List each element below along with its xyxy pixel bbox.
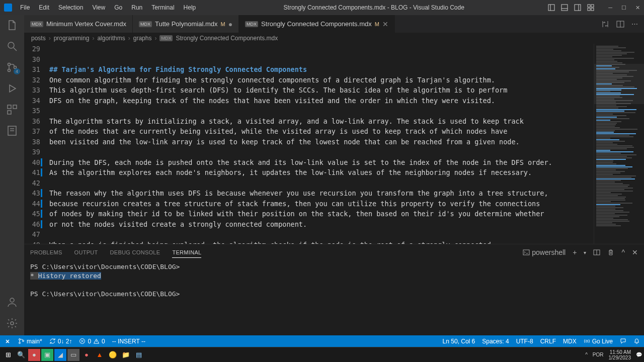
- split-editor-icon[interactable]: [616, 20, 624, 28]
- svg-rect-6: [588, 5, 590, 7]
- svg-rect-2: [561, 5, 568, 11]
- editor-tabs: MDX Minimum Vertex Cover.mdx MDX Tutte P…: [24, 15, 644, 33]
- compare-changes-icon[interactable]: [601, 20, 609, 28]
- indentation[interactable]: Spaces: 4: [482, 338, 509, 345]
- close-button[interactable]: ✕: [635, 5, 640, 11]
- encoding[interactable]: UTF-8: [516, 338, 533, 345]
- panel-tabs: PROBLEMS OUTPUT DEBUG CONSOLE TERMINAL p…: [24, 244, 644, 260]
- more-actions-icon[interactable]: ⋯: [631, 20, 638, 28]
- problems-errors[interactable]: 0 0: [79, 338, 105, 345]
- menu-run[interactable]: Run: [127, 2, 146, 13]
- terminal-prompt: PS C:\Users\vitor\Documents\CODE\BLOG>: [30, 263, 180, 270]
- git-sync[interactable]: 0↓ 2↑: [49, 338, 72, 345]
- go-live[interactable]: Go Live: [584, 338, 613, 345]
- title-actions: ─ ☐ ✕: [548, 4, 640, 11]
- tab-strongly-connected-components[interactable]: MDX Strongly Connected Components.mdx M …: [239, 15, 395, 33]
- tab-tutte-polynomial[interactable]: MDX Tutte Polynomial.mdx M ●: [133, 15, 239, 33]
- layout-icon[interactable]: [548, 4, 555, 11]
- svg-point-29: [19, 339, 21, 340]
- explorer-icon[interactable]: [6, 19, 18, 31]
- vscode-icon: [4, 4, 12, 12]
- panel-icon[interactable]: [561, 4, 568, 11]
- minimap[interactable]: [594, 44, 644, 244]
- menu-help[interactable]: Help: [180, 2, 200, 13]
- terminal-body[interactable]: PS C:\Users\vitor\Documents\CODE\BLOG> *…: [24, 260, 644, 335]
- tab-dirty-dot[interactable]: ●: [228, 20, 232, 28]
- mdx-icon: MDX: [30, 21, 43, 27]
- start-button[interactable]: ⊞: [2, 349, 14, 361]
- panel-tab-terminal[interactable]: TERMINAL: [172, 249, 201, 258]
- panel-tab-problems[interactable]: PROBLEMS: [30, 249, 62, 255]
- taskbar-app[interactable]: ▣: [41, 349, 53, 361]
- svg-rect-26: [523, 250, 529, 255]
- crumb[interactable]: graphs: [133, 35, 152, 42]
- activity-bar: 4: [0, 15, 24, 335]
- crumb[interactable]: Strongly Connected Components.mdx: [176, 35, 278, 42]
- taskbar-explorer[interactable]: 📁: [120, 349, 132, 361]
- maximize-panel-icon[interactable]: ^: [621, 248, 625, 256]
- code-content[interactable]: ## Tarjan's Algorithm for Finding Strong…: [49, 44, 594, 244]
- tray-notifications[interactable]: 💬: [636, 352, 642, 357]
- tab-label: Tutte Polynomial.mdx: [155, 20, 218, 28]
- search-taskbar-icon[interactable]: 🔍: [15, 349, 27, 361]
- close-icon[interactable]: ✕: [382, 20, 388, 28]
- todo-icon[interactable]: [6, 125, 18, 137]
- search-icon[interactable]: [6, 40, 18, 52]
- taskbar-chrome[interactable]: 🟡: [107, 349, 119, 361]
- notifications-icon[interactable]: [633, 338, 640, 344]
- tray-clock[interactable]: 11:50 AM 1/29/2023: [609, 349, 631, 360]
- menu-view[interactable]: View: [88, 2, 109, 13]
- panel-tab-output[interactable]: OUTPUT: [74, 249, 98, 255]
- editor-body[interactable]: 2930313233343536373839404142434445464748…: [24, 44, 644, 244]
- terminal-dropdown-icon[interactable]: ▾: [584, 250, 586, 255]
- crumb[interactable]: posts: [31, 35, 46, 42]
- crumb[interactable]: programming: [54, 35, 90, 42]
- extensions-icon[interactable]: [6, 104, 18, 116]
- taskbar-app[interactable]: ▭: [67, 349, 79, 361]
- remote-indicator[interactable]: [4, 338, 11, 345]
- vim-mode: -- INSERT --: [112, 338, 145, 345]
- svg-rect-9: [591, 8, 594, 11]
- taskbar-vscode[interactable]: ◢: [54, 349, 66, 361]
- language-mode[interactable]: MDX: [563, 338, 577, 345]
- settings-icon[interactable]: [6, 317, 18, 329]
- taskbar-brave[interactable]: ▲: [94, 349, 106, 361]
- kill-terminal-icon[interactable]: [607, 249, 614, 256]
- panel-tab-debug-console[interactable]: DEBUG CONSOLE: [110, 249, 160, 255]
- new-terminal-icon[interactable]: +: [573, 248, 577, 256]
- taskbar-app[interactable]: ▤: [133, 349, 145, 361]
- customize-layout-icon[interactable]: [587, 4, 594, 11]
- menu-file[interactable]: File: [16, 2, 34, 13]
- taskbar-app[interactable]: ●: [28, 349, 40, 361]
- cursor-position[interactable]: Ln 50, Col 6: [443, 338, 475, 345]
- split-terminal-icon[interactable]: [593, 249, 600, 256]
- tray-chevron[interactable]: ^: [585, 352, 588, 357]
- panel: PROBLEMS OUTPUT DEBUG CONSOLE TERMINAL p…: [24, 244, 644, 335]
- svg-rect-17: [13, 105, 17, 109]
- breadcrumb[interactable]: posts› programming› algorithms› graphs› …: [24, 33, 644, 44]
- minimap-viewport[interactable]: [594, 64, 644, 104]
- source-control-icon[interactable]: 4: [6, 61, 18, 73]
- terminal-profile[interactable]: powershell: [523, 248, 566, 256]
- menu-edit[interactable]: Edit: [35, 2, 53, 13]
- run-debug-icon[interactable]: [6, 82, 18, 95]
- svg-rect-4: [575, 5, 581, 11]
- accounts-icon[interactable]: [6, 296, 18, 308]
- minimize-button[interactable]: ─: [608, 5, 612, 11]
- menu-go[interactable]: Go: [110, 2, 126, 13]
- eol[interactable]: CRLF: [540, 338, 556, 345]
- svg-rect-16: [8, 105, 11, 109]
- sidebar-right-icon[interactable]: [574, 4, 581, 11]
- scm-badge: 4: [14, 68, 20, 74]
- menu-terminal[interactable]: Terminal: [147, 2, 178, 13]
- git-branch[interactable]: main*: [18, 338, 42, 345]
- svg-point-31: [23, 340, 24, 342]
- tab-minimum-vertex-cover[interactable]: MDX Minimum Vertex Cover.mdx: [24, 15, 133, 33]
- maximize-button[interactable]: ☐: [621, 5, 626, 11]
- crumb[interactable]: algorithms: [97, 35, 125, 42]
- taskbar-firefox[interactable]: ●: [80, 349, 93, 361]
- tray-lang[interactable]: POR: [593, 352, 604, 357]
- feedback-icon[interactable]: [620, 338, 626, 344]
- close-panel-icon[interactable]: ✕: [632, 248, 638, 256]
- menu-selection[interactable]: Selection: [54, 2, 87, 13]
